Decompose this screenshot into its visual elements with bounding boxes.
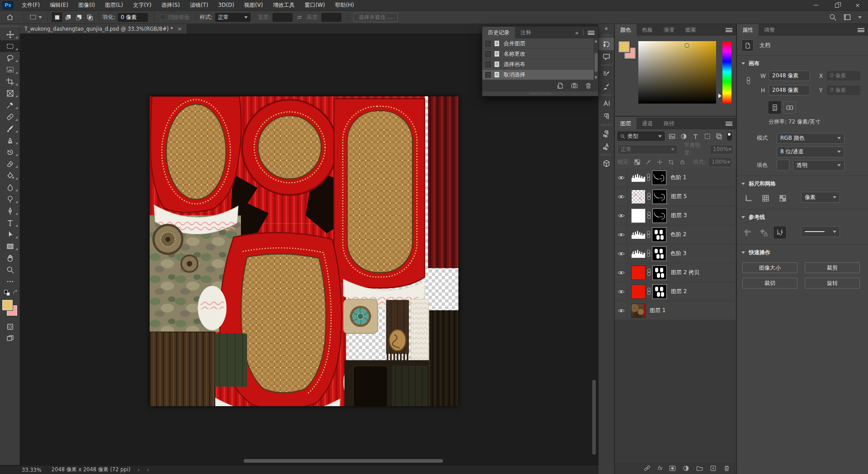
menu-item[interactable]: 滤镜(T)	[185, 0, 213, 10]
saturation-brightness-field[interactable]	[638, 41, 716, 104]
brush-settings-panel-icon[interactable]	[599, 67, 614, 80]
height-input[interactable]	[321, 13, 341, 22]
menu-item[interactable]: 图层(L)	[100, 0, 128, 10]
lock-image-icon[interactable]	[644, 158, 653, 166]
layer-thumbnail[interactable]	[632, 173, 645, 182]
portrait-orientation-button[interactable]	[769, 101, 781, 114]
layer-style-fx-icon[interactable]: fx	[657, 465, 662, 471]
notes-panel-icon[interactable]	[599, 50, 614, 63]
color-panel-tab[interactable]: 色板	[637, 24, 658, 36]
expand-panels-button[interactable]: «	[599, 24, 614, 33]
minimize-button[interactable]	[806, 0, 826, 11]
history-item[interactable]: 合并图层	[482, 38, 594, 49]
properties-panel-tab[interactable]: 属性	[737, 24, 759, 36]
layer-visibility-toggle[interactable]	[615, 301, 627, 320]
foreground-color-swatch[interactable]	[618, 41, 630, 52]
panel-menu-icon[interactable]	[726, 28, 732, 32]
layer-visibility-toggle[interactable]	[615, 206, 627, 225]
status-chevron-right-icon[interactable]: ›	[138, 467, 140, 473]
new-document-from-state-icon[interactable]	[557, 82, 564, 89]
filter-type-layers-icon[interactable]	[691, 132, 700, 141]
layers-panel-tab[interactable]: 图层	[615, 118, 637, 129]
menu-item[interactable]: 3D(D)	[213, 0, 239, 10]
delete-layer-trash-icon[interactable]	[723, 465, 730, 472]
tool-frame[interactable]	[0, 87, 20, 99]
3d-panel-icon[interactable]	[599, 157, 614, 170]
tool-brush[interactable]	[0, 123, 20, 134]
tool-move[interactable]	[0, 28, 20, 40]
history-item[interactable]: 取消选择	[482, 70, 594, 80]
canvas-width-input[interactable]: 2048 像素	[769, 71, 810, 81]
filter-shape-layers-icon[interactable]	[703, 132, 712, 141]
lock-position-icon[interactable]	[656, 158, 664, 166]
quick-action-button[interactable]: 裁切	[742, 278, 797, 289]
character-styles-panel-icon[interactable]	[599, 140, 614, 152]
layer-thumbnail[interactable]	[631, 190, 646, 204]
panel-more-icon[interactable]: »	[575, 29, 579, 36]
layer-visibility-toggle[interactable]	[615, 168, 627, 187]
menu-item[interactable]: 视图(V)	[239, 0, 268, 10]
lock-all-icon[interactable]	[678, 158, 687, 166]
layer-row[interactable]: 色阶 2	[615, 225, 736, 244]
guides-section-header[interactable]: 参考线	[737, 209, 868, 223]
layer-name[interactable]: 图层 3	[671, 212, 687, 219]
layer-filter-toggle[interactable]	[727, 132, 732, 141]
history-source-checkbox[interactable]	[485, 72, 491, 78]
swap-dimensions-icon[interactable]	[296, 14, 303, 21]
show-guides-icon[interactable]	[741, 227, 753, 238]
layer-visibility-toggle[interactable]	[615, 282, 627, 301]
layer-thumbnail[interactable]	[632, 249, 645, 258]
color-swatches[interactable]	[0, 298, 20, 319]
layer-mask-thumbnail[interactable]	[652, 246, 666, 261]
layer-name[interactable]: 图层 2 拷贝	[671, 269, 699, 276]
layer-thumbnail[interactable]	[631, 209, 646, 223]
tool-eraser[interactable]	[0, 158, 20, 170]
style-dropdown[interactable]: 正常	[215, 13, 250, 22]
subtract-from-selection-button[interactable]	[73, 12, 84, 22]
layer-thumbnail[interactable]	[632, 230, 645, 239]
layer-mask-thumbnail[interactable]	[652, 171, 666, 185]
filter-smart-objects-icon[interactable]	[714, 132, 723, 141]
antialias-checkbox[interactable]: 消除锯齿	[160, 14, 189, 21]
tool-zoom[interactable]	[0, 264, 20, 275]
horizontal-scrollbar[interactable]	[244, 459, 443, 463]
layer-row[interactable]: 色阶 1	[615, 168, 736, 187]
tool-crop[interactable]	[0, 76, 20, 87]
tool-rectangle[interactable]	[0, 240, 20, 252]
select-and-mask-button[interactable]: 选择并遮住 …	[354, 13, 398, 22]
properties-panel-tab[interactable]: 调整	[759, 24, 780, 36]
menu-item[interactable]: 文件(F)	[17, 0, 45, 10]
swap-colors-icon[interactable]	[13, 289, 18, 295]
blend-mode-dropdown[interactable]: 正常	[618, 145, 678, 154]
layer-row[interactable]: 图层 3	[615, 206, 736, 225]
layer-thumbnail[interactable]	[631, 265, 646, 280]
workspace-icon[interactable]	[844, 14, 851, 21]
color-panel-tab[interactable]: 图案	[680, 24, 702, 36]
quick-action-button[interactable]: 旋转	[805, 278, 860, 289]
layer-name[interactable]: 色阶 3	[670, 250, 686, 257]
history-scrollbar[interactable]: ▲ ▼	[594, 38, 598, 80]
layer-thumbnail[interactable]	[631, 284, 646, 299]
tool-rectangular-marquee[interactable]	[0, 40, 20, 52]
tool-object-selection[interactable]	[0, 64, 20, 76]
hue-slider-arrow[interactable]	[718, 94, 722, 98]
new-snapshot-camera-icon[interactable]	[571, 82, 578, 89]
menu-item[interactable]: 文字(Y)	[128, 0, 156, 10]
history-panel-tab[interactable]: 历史记录	[482, 27, 515, 38]
landscape-orientation-button[interactable]	[783, 101, 796, 114]
layer-mask-thumbnail[interactable]	[652, 265, 667, 280]
canvas-fill-swatch[interactable]	[777, 160, 789, 171]
layer-mask-thumbnail[interactable]	[652, 190, 667, 204]
history-source-checkbox[interactable]	[485, 51, 491, 57]
guide-style-dropdown[interactable]	[801, 226, 840, 237]
layer-name[interactable]: 图层 5	[671, 193, 687, 200]
history-item[interactable]: 选择画布	[482, 59, 594, 70]
filter-pixel-layers-icon[interactable]	[667, 132, 676, 141]
menu-item[interactable]: 编辑(E)	[45, 0, 73, 10]
tool-clone-stamp[interactable]	[0, 134, 20, 146]
layer-thumbnail[interactable]	[631, 303, 646, 318]
hue-slider[interactable]	[722, 41, 731, 104]
rulers-grid-section-header[interactable]: 标尺和网格	[737, 176, 868, 190]
rulers-toggle-icon[interactable]	[742, 192, 754, 204]
texture-atlas-document[interactable]	[150, 96, 458, 406]
